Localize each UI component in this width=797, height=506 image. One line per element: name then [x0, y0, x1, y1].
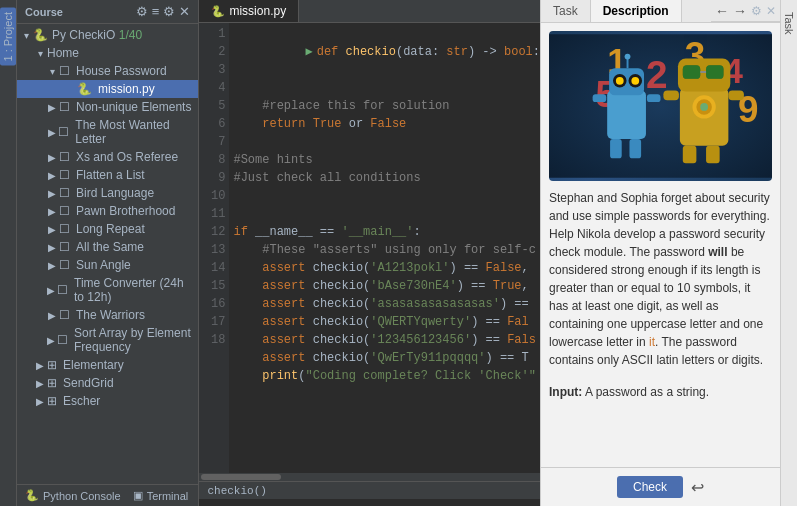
code-editor[interactable]: 12345 678910 1112131415 161718 ▶def chec…	[199, 23, 540, 473]
arrow-icon: ▶	[47, 152, 57, 163]
python-console-btn[interactable]: 🐍 Python Console	[25, 489, 121, 502]
python-console-label: Python Console	[43, 490, 121, 502]
settings-icon[interactable]: ⚙	[136, 4, 148, 19]
sidebar-item-house-password[interactable]: ▾ ☐ House Password	[17, 62, 198, 80]
editor-tabs: 🐍 mission.py	[199, 0, 540, 23]
course-label: Course	[25, 6, 132, 18]
code-line	[233, 79, 540, 97]
sidebar-item-sort-array[interactable]: ▶ ☐ Sort Array by Element Frequency	[17, 324, 198, 356]
add-icon[interactable]: ≡	[152, 4, 160, 19]
code-line: #Just check all conditions	[233, 169, 540, 187]
line-numbers: 12345 678910 1112131415 161718	[199, 23, 229, 473]
sidebar-item-bird[interactable]: ▶ ☐ Bird Language	[17, 184, 198, 202]
arrow-icon: ▾	[47, 66, 57, 77]
sidebar-header: Course ⚙ ≡ ⚙ ✕	[17, 0, 198, 24]
svg-rect-16	[610, 139, 622, 158]
description-content: Stephan and Sophia forget about security…	[549, 191, 770, 367]
sidebar-item-home[interactable]: ▾ Home	[17, 44, 198, 62]
code-line: #These "asserts" using only for self-c	[233, 241, 540, 259]
terminal-btn[interactable]: ▣ Terminal	[133, 489, 189, 502]
nav-back-button[interactable]: ←	[715, 3, 729, 19]
sidebar-item-long-repeat[interactable]: ▶ ☐ Long Repeat	[17, 220, 198, 238]
sidebar-item-escher[interactable]: ▶ ⊞ Escher	[17, 392, 198, 410]
sidebar-label: House Password	[76, 64, 167, 78]
project-tab-label[interactable]: 1 : Project	[0, 8, 16, 66]
play-button[interactable]: ▶	[305, 45, 312, 59]
arrow-icon: ▶	[47, 260, 57, 271]
settings-icon[interactable]: ⚙	[751, 4, 762, 18]
sidebar-item-all-same[interactable]: ▶ ☐ All the Same	[17, 238, 198, 256]
right-footer: Check ↩	[541, 467, 780, 506]
sidebar-item-sendgrid[interactable]: ▶ ⊞ SendGrid	[17, 374, 198, 392]
svg-rect-18	[593, 94, 607, 102]
svg-rect-19	[647, 94, 661, 102]
sidebar-item-pawn[interactable]: ▶ ☐ Pawn Brotherhood	[17, 202, 198, 220]
sidebar-item-sun-angle[interactable]: ▶ ☐ Sun Angle	[17, 256, 198, 274]
robot-scene-svg: 1 2 3 4 5 8 9	[549, 32, 772, 180]
sidebar-label: Sort Array by Element Frequency	[74, 326, 194, 354]
sidebar-item-flatten[interactable]: ▶ ☐ Flatten a List	[17, 166, 198, 184]
svg-rect-31	[706, 146, 720, 163]
close-icon[interactable]: ✕	[766, 4, 776, 18]
sidebar-item-time-converter[interactable]: ▶ ☐ Time Converter (24h to 12h)	[17, 274, 198, 306]
task-tab-label[interactable]: Task	[781, 8, 797, 39]
arrow-icon: ▶	[47, 310, 57, 321]
sidebar-item-xs-os[interactable]: ▶ ☐ Xs and Os Referee	[17, 148, 198, 166]
editor-tab-mission[interactable]: 🐍 mission.py	[199, 0, 299, 22]
nav-forward-button[interactable]: →	[733, 3, 747, 19]
task-sidebar-tab[interactable]: Task	[780, 0, 797, 506]
editor-function-label: checkio()	[207, 485, 266, 497]
sidebar: Course ⚙ ≡ ⚙ ✕ ▾ 🐍 Py CheckiO 1/40 ▾ Hom…	[17, 0, 199, 506]
code-line: #Some hints	[233, 151, 540, 169]
tab-task[interactable]: Task	[541, 0, 591, 22]
code-line	[233, 187, 540, 205]
tab-description[interactable]: Description	[591, 0, 682, 22]
code-line: return True or False	[233, 115, 540, 133]
svg-rect-26	[706, 65, 723, 79]
task-icon: ☐	[59, 100, 70, 114]
task-icon: ☐	[59, 186, 70, 200]
svg-rect-30	[683, 146, 697, 163]
code-line: #replace this for solution	[233, 97, 540, 115]
py-file-icon: 🐍	[77, 82, 92, 96]
gear-icon[interactable]: ⚙	[163, 4, 175, 19]
module-icon: ⊞	[47, 358, 57, 372]
code-line: assert checkio('bAse730nE4') == True,	[233, 277, 540, 295]
arrow-icon: ▶	[47, 102, 57, 113]
code-line: ▶def checkio(data: str) -> bool:	[233, 25, 540, 79]
scrollbar-horizontal[interactable]	[199, 473, 540, 481]
sidebar-label: Xs and Os Referee	[76, 150, 178, 164]
sidebar-item-mission-py[interactable]: 🐍 mission.py	[17, 80, 198, 98]
sidebar-label: The Warriors	[76, 308, 145, 322]
sidebar-item-root[interactable]: ▾ 🐍 Py CheckiO 1/40	[17, 26, 198, 44]
sidebar-tree: ▾ 🐍 Py CheckiO 1/40 ▾ Home ▾ ☐ House Pas…	[17, 24, 198, 484]
svg-point-15	[625, 54, 631, 60]
project-tab[interactable]: 1 : Project	[0, 0, 17, 506]
input-section: Input: A password as a string.	[549, 383, 772, 401]
task-icon: ☐	[57, 283, 68, 297]
task-icon: ☐	[59, 308, 70, 322]
terminal-label: Terminal	[147, 490, 189, 502]
task-icon: ☐	[59, 222, 70, 236]
sidebar-label: Non-unique Elements	[76, 100, 191, 114]
sidebar-item-non-unique[interactable]: ▶ ☐ Non-unique Elements	[17, 98, 198, 116]
sidebar-item-most-wanted[interactable]: ▶ ☐ The Most Wanted Letter	[17, 116, 198, 148]
code-content[interactable]: ▶def checkio(data: str) -> bool: #replac…	[229, 23, 540, 473]
arrow-icon: ▶	[35, 396, 45, 407]
task-icon: ☐	[59, 150, 70, 164]
sidebar-item-elementary[interactable]: ▶ ⊞ Elementary	[17, 356, 198, 374]
sidebar-label: Flatten a List	[76, 168, 145, 182]
close-icon[interactable]: ✕	[179, 4, 190, 19]
scrollbar-thumb[interactable]	[201, 474, 281, 480]
bottom-bar: 🐍 Python Console ▣ Terminal	[17, 484, 198, 506]
sidebar-label: mission.py	[98, 82, 155, 96]
arrow-icon: ▶	[35, 360, 45, 371]
editor-tab-label: mission.py	[229, 4, 286, 18]
sidebar-header-icons: ⚙ ≡ ⚙ ✕	[136, 4, 191, 19]
editor-area: 🐍 mission.py 12345 678910 1112131415 161…	[199, 0, 540, 506]
terminal-icon: ▣	[133, 489, 143, 502]
sidebar-item-warriors[interactable]: ▶ ☐ The Warriors	[17, 306, 198, 324]
arrow-icon: ▶	[47, 188, 57, 199]
check-button[interactable]: Check	[617, 476, 683, 498]
reset-button[interactable]: ↩	[691, 478, 704, 497]
